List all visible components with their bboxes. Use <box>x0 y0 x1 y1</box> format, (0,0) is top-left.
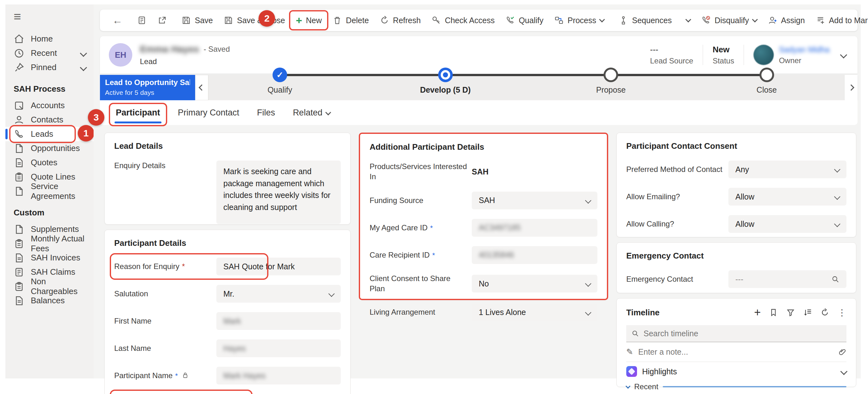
delete-button[interactable]: Delete <box>327 12 374 29</box>
sidebar-item-non-chargeables[interactable]: Non Chargeables <box>5 279 94 294</box>
lead-details-card: Lead Details Enquiry Details Mark is see… <box>104 132 350 224</box>
home-icon <box>13 34 24 44</box>
tab-related[interactable]: Related <box>293 108 330 118</box>
add-to-marketing-list-button[interactable]: Add to Marketing List <box>810 12 868 29</box>
more-options-icon[interactable]: ⋮ <box>838 307 846 318</box>
sidebar-item-accounts[interactable]: Accounts <box>5 98 94 113</box>
stage-current-icon <box>438 67 453 82</box>
sequences-dropdown-button[interactable] <box>681 12 696 29</box>
allow-emailing-select[interactable]: Allow <box>728 188 846 206</box>
funding-source-select[interactable]: SAH <box>472 191 597 209</box>
enquiry-details-textarea[interactable]: Mark is seeking care and package managem… <box>216 160 341 224</box>
main-region: ← Save Save & Close 2 + New Delete <box>94 4 861 378</box>
key-icon <box>431 16 441 25</box>
sidebar-item-sah-invoices[interactable]: SAH Invoices <box>5 251 94 265</box>
check-access-button[interactable]: Check Access <box>426 12 500 29</box>
back-button[interactable]: ← <box>107 12 128 29</box>
lock-icon <box>182 372 189 379</box>
save-button[interactable]: Save <box>176 12 218 29</box>
chevron-down-icon[interactable] <box>80 50 87 57</box>
popout-button[interactable] <box>152 12 172 29</box>
process-stage-qualify[interactable]: ✓ Qualify <box>268 75 292 94</box>
sidebar-item-label: Quotes <box>31 158 57 168</box>
process-line <box>280 74 767 76</box>
person-assign-icon <box>768 16 777 25</box>
field-products-services: Products/Services Interested In SAH <box>370 161 597 182</box>
paperclip-icon[interactable] <box>838 348 846 356</box>
living-arrangement-select[interactable]: 1 Lives Alone <box>472 304 597 321</box>
reason-for-enquiry-input[interactable]: SAH Quote for Mark <box>216 257 341 275</box>
last-name-input[interactable]: Hayes <box>216 339 341 357</box>
chevron-down-icon <box>599 17 605 22</box>
timeline-search-input[interactable] <box>643 329 841 338</box>
chevron-down-icon <box>834 166 840 173</box>
sidebar-item-balances[interactable]: Balances <box>5 294 94 308</box>
salutation-select[interactable]: Mr. <box>216 285 341 303</box>
client-consent-select[interactable]: No <box>472 275 597 293</box>
assign-button[interactable]: Assign <box>762 12 810 29</box>
bookmark-icon[interactable] <box>769 308 778 317</box>
field-salutation: Salutation Mr. <box>114 285 341 303</box>
enter-note-row[interactable]: ✎ Enter a note... <box>626 342 846 362</box>
active-stage-box[interactable]: Lead to Opportunity Sal... Active for 5 … <box>100 75 195 100</box>
list-add-icon <box>816 16 825 25</box>
my-aged-care-id-input[interactable]: AC3497185 <box>472 219 597 237</box>
tab-files[interactable]: Files <box>257 108 275 118</box>
preferred-method-select[interactable]: Any <box>728 160 846 178</box>
recent-group-row[interactable]: Recent <box>626 382 846 391</box>
sidebar-item-label: Pinned <box>31 62 57 72</box>
sidebar-item-quotes[interactable]: Quotes <box>5 155 94 170</box>
chevron-down-icon[interactable] <box>840 51 847 59</box>
process-menu-button[interactable]: Process <box>549 12 610 29</box>
field-preferred-method: Preferred Method of Contact Any <box>626 160 846 178</box>
section-title: Lead Details <box>114 141 341 151</box>
process-scroll-right-button[interactable] <box>844 75 858 100</box>
care-recipient-id-input[interactable]: 40135846 <box>472 246 597 264</box>
sort-icon[interactable] <box>803 308 812 317</box>
sidebar-item-service-agreements[interactable]: Service Agreements <box>5 184 94 198</box>
hamburger-menu-icon[interactable]: ≡ <box>5 4 94 23</box>
sidebar-item-contacts[interactable]: Contacts <box>5 113 94 127</box>
highlights-row[interactable]: Highlights <box>626 362 846 381</box>
status-stat: New Status <box>703 45 744 65</box>
field-funding-source: Funding Source SAH <box>370 191 597 209</box>
participant-name-input[interactable]: Mark Hayes <box>216 367 341 385</box>
allow-calling-select[interactable]: Allow <box>728 215 846 233</box>
sidebar-item-recent[interactable]: Recent <box>5 46 94 60</box>
search-icon <box>631 329 639 337</box>
process-icon <box>554 16 564 25</box>
refresh-button[interactable]: Refresh <box>374 12 426 29</box>
timeline-add-icon[interactable]: + <box>754 307 761 318</box>
quote-lines-icon <box>13 172 24 182</box>
sidebar-item-opportunities[interactable]: Opportunities <box>5 141 94 155</box>
owner-stat[interactable]: Sadyan Midha Owner <box>744 45 839 65</box>
chevron-down-icon[interactable] <box>80 64 87 71</box>
emergency-contact-lookup[interactable]: --- <box>728 270 846 288</box>
field-last-name: Last Name Hayes <box>114 339 341 357</box>
process-stage-develop[interactable]: Develop (5 D) <box>420 75 471 94</box>
refresh-icon[interactable] <box>820 308 829 317</box>
disqualify-menu-button[interactable]: Disqualify <box>696 12 762 29</box>
tab-primary-contact[interactable]: Primary Contact <box>178 108 240 118</box>
sidebar-item-monthly-actual-fees[interactable]: Monthly Actual Fees <box>5 236 94 251</box>
process-scroll-left-button[interactable] <box>195 75 209 100</box>
sidebar-item-leads[interactable]: Leads 1 <box>5 127 94 141</box>
field-client-consent: Client Consent to Share Plan No <box>370 273 597 294</box>
form-selector-button[interactable] <box>132 12 152 29</box>
recent-divider-line <box>663 386 846 387</box>
timeline-search[interactable] <box>626 325 846 342</box>
tab-participant[interactable]: Participant <box>116 108 160 118</box>
save-and-close-button[interactable]: Save & Close 2 <box>218 12 290 29</box>
chevron-down-icon <box>834 193 840 200</box>
process-stage-close[interactable]: Close <box>757 75 777 94</box>
sidebar-item-pinned[interactable]: Pinned <box>5 60 94 74</box>
qualify-button[interactable]: Qualify <box>500 12 549 29</box>
sequences-button[interactable]: Sequences <box>613 12 677 29</box>
field-my-aged-care-id: My Aged Care ID* AC3497185 <box>370 219 597 237</box>
process-stage-propose[interactable]: Propose <box>596 75 626 94</box>
filter-icon[interactable] <box>786 308 795 317</box>
sidebar-item-home[interactable]: Home <box>5 32 94 46</box>
form-content: Lead Details Enquiry Details Mark is see… <box>100 127 858 378</box>
new-button[interactable]: + New <box>290 12 327 29</box>
first-name-input[interactable]: Mark <box>216 312 341 330</box>
